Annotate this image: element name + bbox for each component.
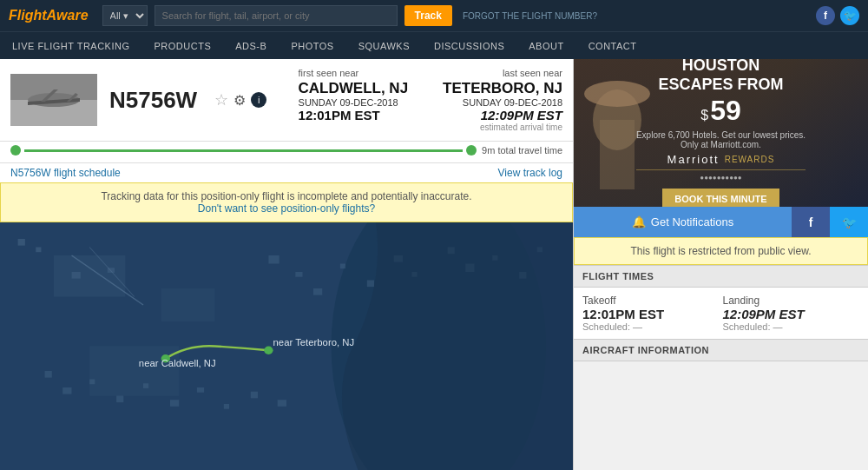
takeoff-label: Takeoff [582, 295, 720, 307]
ad-price: 59 [710, 95, 741, 127]
ad-price-prefix: $ [700, 108, 708, 123]
svg-rect-9 [54, 255, 126, 297]
nav-squawks[interactable]: SQUAWKS [346, 32, 422, 59]
svg-rect-31 [116, 396, 123, 403]
svg-rect-36 [251, 392, 258, 399]
destination-note: estimated arrival time [443, 122, 562, 132]
svg-rect-37 [278, 400, 286, 407]
flight-schedule-link[interactable]: N5756W flight schedule [10, 167, 121, 179]
twitter-notify-button[interactable]: 🐦 [830, 207, 868, 237]
marriott-rewards: REWARDS [725, 155, 775, 164]
facebook-icon[interactable]: f [816, 6, 835, 25]
notifications-row: 🔔 Get Notifications f 🐦 [574, 207, 868, 237]
nav-discussions[interactable]: DISCUSSIONS [422, 32, 516, 59]
svg-point-41 [264, 347, 273, 355]
svg-rect-20 [367, 281, 374, 288]
twitter-icon[interactable]: 🐦 [840, 6, 859, 25]
warning-text: Tracking data for this position-only fli… [11, 190, 562, 202]
nav-products[interactable]: PRODUCTS [142, 32, 224, 59]
flight-times-header: FLIGHT TIMES [574, 265, 868, 288]
logo[interactable]: FlightAware [9, 8, 89, 23]
origin-time: 12:01PM EST [299, 108, 409, 122]
total-travel-time: 9m total travel time [482, 145, 562, 156]
flight-progress-bar [10, 145, 477, 156]
book-now-button[interactable]: BOOK THIS MINUTE [662, 189, 779, 207]
ad-subtitle: Explore 6,700 Hotels. Get our lowest pri… [636, 130, 806, 149]
progress-line [24, 149, 463, 152]
svg-rect-14 [72, 272, 81, 279]
svg-rect-35 [224, 404, 229, 409]
nav-live-flight-tracking[interactable]: LIVE FLIGHT TRACKING [0, 32, 142, 59]
destination-date: SUNDAY 09-DEC-2018 [443, 97, 562, 108]
origin-date: SUNDAY 09-DEC-2018 [299, 97, 409, 108]
marriott-brand: Marriott [667, 153, 720, 166]
svg-rect-32 [143, 383, 148, 388]
notifications-label: Get Notifications [651, 215, 733, 228]
svg-rect-30 [89, 380, 95, 385]
restricted-flight-banner: This flight is restricted from public vi… [574, 237, 868, 265]
svg-rect-28 [45, 371, 52, 378]
favorite-star-icon[interactable]: ☆ [214, 90, 228, 109]
nav-about[interactable]: ABOUT [516, 32, 575, 59]
forgot-flight-link[interactable]: FORGOT THE FLIGHT NUMBER? [463, 11, 597, 21]
nav-photos[interactable]: PHOTOS [279, 32, 345, 59]
nav-ads-b[interactable]: ADS-B [223, 32, 279, 59]
origin-label: first seen near [299, 68, 409, 78]
svg-rect-16 [268, 255, 279, 264]
flight-tail-number: N5756W [109, 87, 197, 114]
search-input[interactable] [155, 5, 398, 26]
svg-text:near Caldwell, NJ: near Caldwell, NJ [139, 359, 216, 368]
svg-rect-11 [89, 347, 179, 396]
bell-icon: 🔔 [632, 215, 646, 228]
search-category-select[interactable]: All ▾ [102, 5, 148, 26]
landing-label: Landing [723, 295, 860, 307]
landing-time: 12:09PM EST [723, 307, 860, 321]
svg-rect-17 [295, 272, 302, 277]
ad-headline: HOUSTONESCAPES FROM [636, 59, 806, 95]
destination-city: TETERBORO, NJ [443, 80, 562, 97]
logo-flight: Flight [9, 8, 47, 23]
settings-gear-icon[interactable]: ⚙ [233, 92, 246, 109]
svg-rect-12 [18, 239, 25, 246]
svg-rect-33 [170, 400, 179, 407]
svg-rect-29 [62, 387, 71, 394]
flight-times-grid: Takeoff 12:01PM EST Scheduled: — Landing… [574, 288, 868, 339]
svg-rect-10 [161, 288, 215, 321]
logo-aware: Aware [47, 8, 89, 23]
facebook-notify-button[interactable]: f [792, 207, 830, 237]
landing-scheduled: Scheduled: — [723, 321, 860, 332]
advertisement[interactable]: HOUSTONESCAPES FROM $ 59 Explore 6,700 H… [574, 59, 868, 207]
aircraft-info-header: AIRCRAFT INFORMATION [574, 339, 868, 361]
info-icon[interactable]: i [251, 92, 266, 108]
origin-city: CALDWELL, NJ [299, 80, 409, 97]
svg-text:near Teterboro, NJ: near Teterboro, NJ [273, 338, 355, 348]
track-button[interactable]: Track [404, 5, 452, 26]
hide-position-only-link[interactable]: Don't want to see position-only flights? [198, 202, 375, 215]
destination-label: last seen near [443, 68, 562, 78]
origin-block: first seen near CALDWELL, NJ SUNDAY 09-D… [299, 68, 409, 132]
svg-rect-34 [197, 387, 204, 393]
restricted-text: This flight is restricted from public vi… [630, 245, 811, 257]
position-only-warning: Tracking data for this position-only fli… [0, 182, 573, 222]
right-panel: HOUSTONESCAPES FROM $ 59 Explore 6,700 H… [573, 59, 868, 470]
takeoff-time: 12:01PM EST [582, 307, 720, 321]
origin-dot [10, 145, 21, 156]
destination-time: 12:09PM EST [443, 108, 562, 122]
aircraft-image [10, 74, 97, 126]
track-log-link[interactable]: View track log [498, 167, 562, 179]
get-notifications-button[interactable]: 🔔 Get Notifications [574, 207, 792, 237]
takeoff-scheduled: Scheduled: — [582, 321, 720, 332]
destination-dot [466, 145, 477, 156]
destination-block: last seen near TETERBORO, NJ SUNDAY 09-D… [443, 68, 562, 132]
flight-map[interactable]: near Caldwell, NJ near Teterboro, NJ [0, 222, 573, 470]
svg-rect-19 [340, 264, 345, 269]
svg-rect-13 [36, 248, 41, 253]
svg-rect-18 [313, 288, 322, 295]
nav-contact[interactable]: CONTACT [576, 32, 649, 59]
